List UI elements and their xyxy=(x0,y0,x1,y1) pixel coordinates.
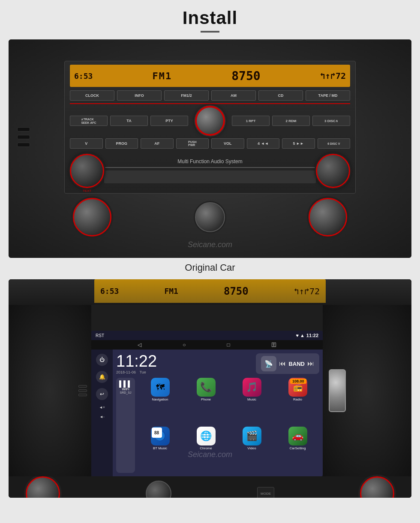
btn-1rpt[interactable]: 1 RPT xyxy=(232,116,270,126)
bottom-center-knob-am[interactable] xyxy=(146,481,171,498)
original-display: 6:53 FM1 8750 ↰↑↱72 xyxy=(70,65,350,87)
app-label-phone: Phone xyxy=(201,397,211,401)
big-clock: 11:22 xyxy=(116,353,157,369)
btn-pty[interactable]: PTY xyxy=(150,116,188,126)
radio-next[interactable]: ⏭ xyxy=(307,360,314,367)
statusbar-time: 11:22 xyxy=(306,333,318,338)
android-navbar: ◁ ○ □ ⚿ xyxy=(91,340,323,350)
btn-track[interactable]: ∧TRACKSEEK AFC xyxy=(70,116,108,126)
watermark-2: Seicane.com xyxy=(188,450,232,459)
bottom-right-knob-am[interactable] xyxy=(360,476,394,498)
sidebar-power[interactable]: ⏻ xyxy=(96,354,108,366)
radio-widget[interactable]: 📡 ⏮ BAND ⏭ xyxy=(256,353,319,374)
radio-signal-icon: 📡 xyxy=(261,356,276,371)
left-panel xyxy=(9,305,91,476)
btn-cd[interactable]: CD xyxy=(258,90,303,101)
sidebar-bell[interactable]: 🔔 xyxy=(96,371,108,383)
clock-area: 11:22 2018-11-06 Tue xyxy=(116,353,157,374)
left-knob[interactable]: TEXT xyxy=(70,154,104,188)
clock-row: 11:22 2018-11-06 Tue 📡 ⏮ xyxy=(116,353,319,374)
btn-ta[interactable]: TA xyxy=(110,116,148,126)
dash-freq: 8750 xyxy=(224,285,249,297)
btn-6disc[interactable]: 6 DISC V xyxy=(318,138,351,149)
day: Tue xyxy=(140,370,146,374)
app-btmusic[interactable]: 🔵 88 BT Music xyxy=(138,427,182,473)
btn-3disc[interactable]: 3 DISC∧ xyxy=(312,116,350,126)
btn-vol[interactable]: VOL xyxy=(211,138,244,149)
btn-info[interactable]: INFO xyxy=(117,90,162,101)
app-label-btmusic: BT Music xyxy=(153,446,167,450)
btn-am[interactable]: AM xyxy=(211,90,256,101)
center-knob[interactable] xyxy=(195,106,225,136)
display-time: 6:53 xyxy=(74,72,93,81)
nav-home[interactable]: ○ xyxy=(183,342,186,348)
watermark-1: Seicane.com xyxy=(188,240,232,249)
radio-freq-badge: 108.00 xyxy=(290,379,306,384)
app-carsetting[interactable]: 🚗 CarSetting xyxy=(276,427,319,473)
btn-5[interactable]: 5 ►► xyxy=(282,138,315,149)
bottom-left-knob-am[interactable] xyxy=(26,476,60,498)
sidebar-back[interactable]: ↩ xyxy=(96,388,108,400)
bottom-right-knob[interactable] xyxy=(309,198,347,236)
bottom-section: TEXT Multi Function Audio System xyxy=(70,152,350,190)
aftermarket-dash-display: 6:53 FM1 8750 ↰↑↱72 xyxy=(94,279,326,303)
right-chrome-knob[interactable] xyxy=(329,369,346,412)
app-label-music: Music xyxy=(247,397,256,401)
btn-af[interactable]: AF xyxy=(141,138,174,149)
button-row-3: V PROG AF PUSHPWR VOL 4 ◄◄ 5 ►► 6 DISC V xyxy=(70,138,350,149)
btn-v[interactable]: V xyxy=(70,138,103,149)
app-icon-chrome: 🌐 xyxy=(197,427,216,445)
android-sidebar: ⏻ 🔔 ↩ ◄+ ◄- xyxy=(91,350,113,476)
btn-prog[interactable]: PROG xyxy=(105,138,138,149)
app-icon-phone: 📞 xyxy=(197,378,216,397)
display-band: FM1 xyxy=(152,71,172,81)
btn-4[interactable]: 4 ◄◄ xyxy=(247,138,280,149)
btn-fm12[interactable]: FM1/2 xyxy=(164,90,209,101)
original-car-label: Original Car xyxy=(185,262,235,273)
radio-band-label: BAND xyxy=(288,361,305,367)
red-line-1 xyxy=(70,103,350,104)
app-chrome[interactable]: 🌐 Chrome xyxy=(184,427,228,473)
dash-top-area: 6:53 FM1 8750 ↰↑↱72 xyxy=(9,279,411,305)
statusbar-signal: ♥ ▲ xyxy=(296,333,304,338)
app-label-radio: Radio xyxy=(293,397,302,401)
title-divider xyxy=(201,31,219,33)
sidebar-vol-down[interactable]: ◄- xyxy=(99,415,105,419)
bottom-center-knob[interactable] xyxy=(195,202,225,232)
app-icon-navigation: 🗺 xyxy=(151,378,170,397)
app-icon-carsetting: 🚗 xyxy=(288,427,307,445)
app-label-video: Video xyxy=(247,446,256,450)
original-radio-unit: 6:53 FM1 8750 ↰↑↱72 CLOCK INFO FM1/2 AM … xyxy=(64,61,356,194)
app-navigation[interactable]: 🗺 Navigation xyxy=(138,378,182,424)
app-icon-music: 🎵 xyxy=(243,378,261,397)
wifi-bars: ▌▌▌ xyxy=(119,380,132,387)
nav-recent[interactable]: □ xyxy=(227,342,230,348)
app-radio[interactable]: 📻 108.00 Radio xyxy=(276,378,319,424)
radio-prev[interactable]: ⏮ xyxy=(279,360,286,367)
dash-band: FM1 xyxy=(164,287,178,296)
wifi-label: WiFi xyxy=(122,387,129,391)
sidebar-vol-up[interactable]: ◄+ xyxy=(99,405,105,409)
app-icon-radio: 📻 108.00 xyxy=(288,378,307,397)
statusbar-left: RST xyxy=(96,333,104,338)
mode-btn[interactable]: MODE xyxy=(257,487,274,498)
btn-tape[interactable]: TAPE / MD xyxy=(306,90,350,101)
btn-clock[interactable]: CLOCK xyxy=(70,90,114,101)
app-label-chrome: Chrome xyxy=(200,446,212,450)
original-car-image: 6:53 FM1 8750 ↰↑↱72 CLOCK INFO FM1/2 AM … xyxy=(9,39,411,258)
button-row-1: CLOCK INFO FM1/2 AM CD TAPE / MD xyxy=(70,90,350,101)
right-knob[interactable] xyxy=(316,154,350,188)
dash-time: 6:53 xyxy=(100,287,119,296)
app-phone[interactable]: 📞 Phone xyxy=(184,378,228,424)
app-video[interactable]: 🎬 Video xyxy=(230,427,273,473)
btn-pwr[interactable]: PUSHPWR xyxy=(176,138,209,149)
btn-2rdm[interactable]: 2 RDM xyxy=(272,116,310,126)
app-label-carsetting: CarSetting xyxy=(290,446,306,450)
nav-back[interactable]: ◁ xyxy=(138,342,141,348)
nav-extra[interactable]: ⚿ xyxy=(271,342,276,348)
aftermarket-car-image: 6:53 FM1 8750 ↰↑↱72 RST xyxy=(9,279,411,498)
bottom-left-knob[interactable] xyxy=(73,198,111,236)
app-music[interactable]: 🎵 Music xyxy=(230,378,273,424)
bottom-controls: MODE xyxy=(9,476,411,498)
wifi-ssid: SRD_SJ xyxy=(120,391,132,394)
